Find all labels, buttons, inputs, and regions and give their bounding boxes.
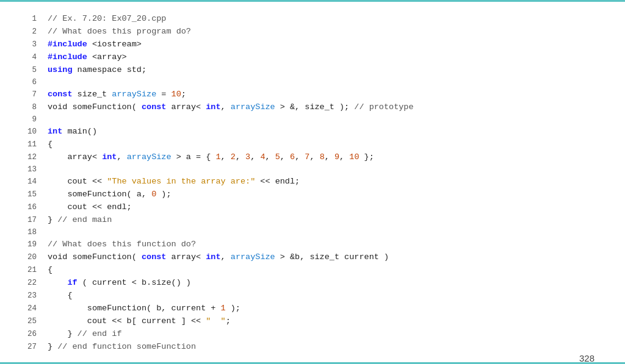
code-text: {	[48, 264, 52, 277]
line-number: 1	[18, 13, 37, 25]
code-line: 24 someFunction( b, current + 1 );	[18, 302, 601, 315]
line-number: 17	[18, 215, 37, 226]
code-line: 5 using namespace std;	[18, 64, 601, 77]
code-text: using namespace std;	[48, 64, 146, 77]
code-line: 2 // What does this program do?	[18, 26, 601, 38]
line-number: 20	[18, 252, 37, 263]
code-line: 12 array< int, arraySize > a = { 1, 2, 3…	[18, 151, 601, 164]
code-line: 23 {	[18, 290, 601, 302]
line-number: 25	[18, 316, 37, 327]
code-text: if ( current < b.size() )	[48, 277, 191, 290]
code-line: 22 if ( current < b.size() )	[18, 277, 601, 290]
line-number: 12	[18, 152, 37, 163]
code-line: 26 } // end if	[18, 328, 601, 341]
line-number: 4	[18, 52, 37, 63]
code-line: 14 cout << "The values in the array are:…	[18, 176, 601, 188]
code-text: // Ex. 7.20: Ex07_20.cpp	[48, 13, 166, 26]
code-line: 4 #include <array>	[18, 51, 601, 64]
code-line: 3 #include <iostream>	[18, 38, 601, 51]
code-line: 6	[18, 77, 601, 88]
code-line: 10 int main()	[18, 126, 601, 138]
code-text: cout << "The values in the array are:" <…	[48, 176, 300, 188]
line-number: 2	[18, 26, 37, 38]
code-line: 9	[18, 114, 601, 126]
code-line: 21 {	[18, 264, 601, 277]
line-number: 23	[18, 290, 37, 302]
code-text: #include <array>	[48, 51, 127, 64]
page-container: 1 // Ex. 7.20: Ex07_20.cpp 2 // What doe…	[0, 2, 625, 364]
code-text: // What does this program do?	[48, 26, 191, 38]
code-text: #include <iostream>	[48, 38, 142, 51]
code-text: } // end if	[48, 328, 122, 341]
code-line: 15 someFunction( a, 0 );	[18, 188, 601, 201]
code-text: {	[48, 138, 52, 151]
line-number: 19	[18, 239, 37, 251]
code-line: 11 {	[18, 138, 601, 151]
code-text: someFunction( a, 0 );	[48, 188, 172, 201]
line-number: 9	[18, 114, 37, 126]
code-text: cout << b[ current ] << " ";	[48, 315, 231, 328]
code-line: 27 } // end function someFunction	[18, 341, 601, 354]
line-number: 15	[18, 189, 37, 201]
line-number: 7	[18, 89, 37, 101]
code-text: } // end main	[48, 214, 112, 227]
line-number: 22	[18, 277, 37, 289]
code-line: 13	[18, 164, 601, 176]
code-text: someFunction( b, current + 1 );	[48, 302, 240, 315]
line-number: 5	[18, 65, 37, 76]
code-text: array< int, arraySize > a = { 1, 2, 3, 4…	[48, 151, 374, 164]
line-number: 14	[18, 176, 37, 188]
line-number: 21	[18, 265, 37, 276]
code-text: void someFunction( const array< int, arr…	[48, 101, 414, 114]
line-number: 26	[18, 329, 37, 340]
line-number: 24	[18, 303, 37, 315]
line-number: 16	[18, 202, 37, 213]
code-block: 1 // Ex. 7.20: Ex07_20.cpp 2 // What doe…	[18, 13, 601, 354]
code-line: 19 // What does this function do?	[18, 238, 601, 251]
line-number: 27	[18, 341, 37, 353]
code-text: {	[48, 290, 73, 302]
line-number: 6	[18, 77, 37, 88]
line-number: 13	[18, 164, 37, 176]
code-text: } // end function someFunction	[48, 341, 196, 354]
code-line: 1 // Ex. 7.20: Ex07_20.cpp	[18, 13, 601, 26]
line-number: 3	[18, 39, 37, 51]
code-text: cout << endl;	[48, 201, 132, 214]
code-line: 25 cout << b[ current ] << " ";	[18, 315, 601, 328]
code-line: 8 void someFunction( const array< int, a…	[18, 101, 601, 114]
code-line: 17 } // end main	[18, 214, 601, 227]
code-text: void someFunction( const array< int, arr…	[48, 251, 389, 264]
code-text: int main()	[48, 126, 97, 138]
code-line: 16 cout << endl;	[18, 201, 601, 214]
line-number: 11	[18, 139, 37, 151]
code-line: 7 const size_t arraySize = 10;	[18, 88, 601, 101]
code-text: const size_t arraySize = 10;	[48, 88, 186, 101]
code-line: 20 void someFunction( const array< int, …	[18, 251, 601, 264]
line-number: 8	[18, 102, 37, 113]
code-text: // What does this function do?	[48, 238, 196, 251]
code-line: 18	[18, 227, 601, 238]
line-number: 10	[18, 126, 37, 138]
line-number: 18	[18, 227, 37, 238]
